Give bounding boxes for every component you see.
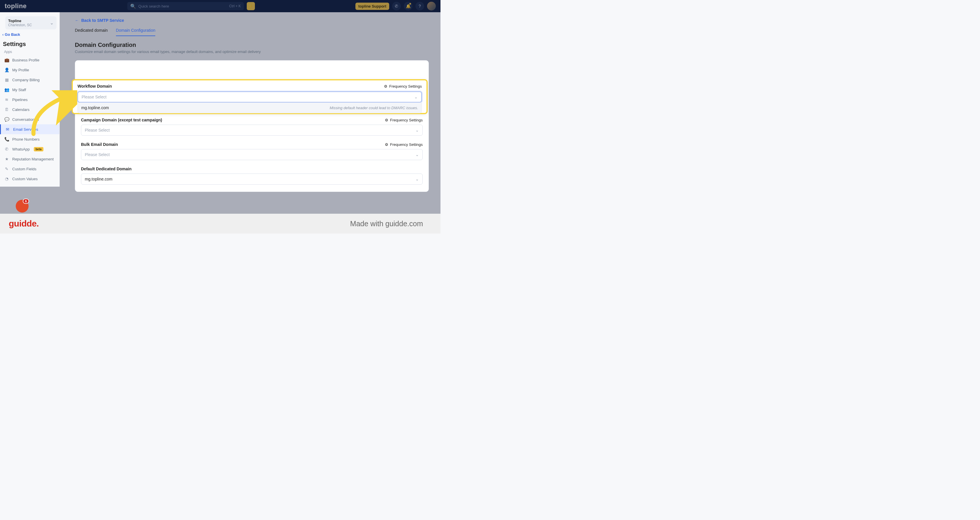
badge-count: 6: [23, 198, 29, 204]
dropdown-option-mg-topline[interactable]: mg.topline.com Missing default header co…: [78, 103, 422, 113]
gear-icon: ⚙: [384, 84, 387, 89]
dmarc-warning: Missing default header could lead to DMA…: [330, 106, 418, 110]
beta-badge: beta: [34, 147, 43, 151]
help-icon[interactable]: ?: [415, 2, 424, 11]
search-icon: 🔍: [130, 3, 136, 9]
grid-icon: ▦: [4, 78, 10, 82]
search-shortcut: Ctrl + K: [229, 4, 241, 8]
go-back-link[interactable]: ‹ Go Back: [2, 32, 57, 37]
org-selector[interactable]: Topline Charleston, SC ⌄: [5, 16, 57, 29]
tab-dedicated-domain[interactable]: Dedicated domain: [75, 28, 108, 36]
apps-label: Apps: [4, 50, 57, 54]
workflow-dropdown-list: mg.topline.com Missing default header co…: [78, 103, 422, 113]
floating-badge[interactable]: 6: [16, 200, 29, 212]
bolt-button[interactable]: ⚡: [247, 2, 255, 10]
sidebar-item-conversation-ai[interactable]: 💬Conversation AI: [0, 114, 59, 124]
phone-icon: 📞: [4, 137, 10, 141]
sidebar-item-company-billing[interactable]: ▦Company Billing: [0, 75, 59, 85]
mail-icon: ✉: [5, 127, 10, 132]
bulk-title: Bulk Email Domain: [81, 142, 118, 147]
pie-icon: ◔: [4, 176, 10, 181]
briefcase-icon: 💼: [4, 58, 10, 62]
freq-settings-workflow[interactable]: ⚙Frequency Settings: [384, 84, 422, 89]
edit-icon: ✎: [4, 166, 10, 171]
sidebar-item-business-profile[interactable]: 💼Business Profile: [0, 55, 59, 65]
freq-settings-bulk[interactable]: ⚙Frequency Settings: [385, 143, 423, 147]
topbar: topline 🔍 Quick search here Ctrl + K ⚡ t…: [0, 0, 441, 12]
chevron-down-icon: ⌄: [415, 177, 419, 181]
freq-settings-campaign[interactable]: ⚙Frequency Settings: [385, 118, 423, 122]
workflow-select[interactable]: Please Select⌄: [78, 92, 422, 103]
star-icon: ★: [4, 157, 10, 161]
search-input[interactable]: 🔍 Quick search here Ctrl + K: [127, 2, 244, 10]
sidebar-item-calendars[interactable]: 🗓Calendars: [0, 105, 59, 114]
search-placeholder: Quick search here: [138, 4, 229, 8]
phone-icon[interactable]: ✆: [392, 2, 401, 11]
chevron-down-icon: ⌄: [415, 128, 419, 133]
user-icon: 👤: [4, 68, 10, 72]
users-icon: 👥: [4, 87, 10, 92]
sidebar-item-reputation[interactable]: ★Reputation Management: [0, 154, 59, 164]
default-title: Default Dedicated Domain: [81, 166, 131, 171]
sidebar-item-email-services[interactable]: ✉Email Services: [0, 124, 59, 134]
org-name: Topline: [8, 19, 32, 23]
workflow-title: Workflow Domain: [78, 84, 112, 89]
campaign-title: Campaign Domain (except test campaign): [81, 117, 162, 122]
page-title: Domain Configuration: [75, 42, 429, 48]
chevron-down-icon: ⌄: [414, 95, 418, 99]
chevron-left-icon: ‹: [2, 32, 3, 37]
whatsapp-icon: ✆: [4, 147, 10, 151]
main: ← Back to SMTP Service Dedicated domain …: [60, 12, 441, 233]
tab-domain-configuration[interactable]: Domain Configuration: [116, 28, 155, 36]
logo: topline: [5, 2, 27, 10]
campaign-select[interactable]: Please Select⌄: [81, 125, 423, 136]
sidebar-item-my-profile[interactable]: 👤My Profile: [0, 65, 59, 75]
default-select[interactable]: mg.topline.com⌄: [81, 174, 423, 185]
chevron-down-icon: ⌄: [415, 152, 419, 157]
support-button[interactable]: topline Support: [355, 3, 389, 10]
bell-icon[interactable]: 🔔: [404, 2, 412, 11]
chevron-down-icon: ⌄: [50, 20, 54, 25]
sidebar-item-my-staff[interactable]: 👥My Staff: [0, 85, 59, 95]
guidde-logo: guidde.: [9, 219, 39, 228]
calendar-icon: 🗓: [4, 107, 10, 112]
sidebar-item-whatsapp[interactable]: ✆WhatsAppbeta: [0, 144, 59, 154]
sidebar: Topline Charleston, SC ⌄ ‹ Go Back Setti…: [0, 12, 60, 187]
gear-icon: ⚙: [385, 143, 388, 147]
chat-icon: 💬: [4, 117, 10, 122]
org-location: Charleston, SC: [8, 23, 32, 27]
avatar[interactable]: [427, 2, 436, 11]
workflow-highlight: Workflow Domain ⚙Frequency Settings Plea…: [72, 79, 428, 114]
back-to-smtp-link[interactable]: ← Back to SMTP Service: [75, 18, 429, 23]
page-subtitle: Customize email domain settings for vari…: [75, 49, 429, 54]
gear-icon: ⚙: [385, 118, 388, 122]
sidebar-item-custom-values[interactable]: ◔Custom Values: [0, 174, 59, 184]
settings-heading: Settings: [3, 41, 57, 48]
filter-icon: ≋: [4, 97, 10, 102]
sidebar-item-custom-fields[interactable]: ✎Custom Fields: [0, 164, 59, 174]
arrow-left-icon: ←: [75, 18, 79, 23]
sidebar-item-pipelines[interactable]: ≋Pipelines: [0, 95, 59, 105]
made-with-text: Made with guidde.com: [350, 220, 423, 228]
bulk-select[interactable]: Please Select⌄: [81, 149, 423, 160]
guidde-footer: guidde. Made with guidde.com: [0, 214, 441, 233]
sidebar-item-phone-numbers[interactable]: 📞Phone Numbers: [0, 134, 59, 144]
